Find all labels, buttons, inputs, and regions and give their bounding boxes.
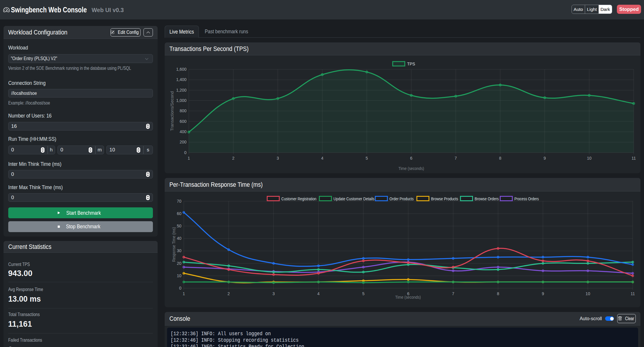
svg-text:1: 1 (188, 156, 190, 161)
svg-text:8: 8 (497, 291, 499, 296)
svg-text:8: 8 (499, 156, 501, 161)
svg-text:9: 9 (544, 156, 546, 161)
svg-text:Time (seconds): Time (seconds) (399, 166, 424, 171)
svg-text:40: 40 (177, 236, 181, 241)
svg-text:20: 20 (177, 261, 181, 266)
svg-text:9: 9 (542, 291, 544, 296)
svg-text:0: 0 (184, 150, 186, 155)
svg-text:1,000: 1,000 (176, 98, 186, 103)
svg-text:7: 7 (452, 291, 454, 296)
svg-text:60: 60 (177, 211, 181, 216)
svg-text:7: 7 (455, 156, 457, 161)
svg-text:10: 10 (177, 273, 181, 278)
svg-text:3: 3 (277, 156, 279, 161)
svg-text:5: 5 (366, 156, 368, 161)
svg-text:10: 10 (587, 156, 592, 161)
svg-text:1,200: 1,200 (176, 88, 186, 92)
svg-text:11: 11 (631, 291, 635, 296)
svg-text:Browse Orders: Browse Orders (475, 196, 499, 201)
svg-text:11: 11 (632, 156, 636, 161)
svg-text:400: 400 (180, 129, 187, 134)
svg-text:2: 2 (232, 156, 235, 161)
svg-text:70: 70 (177, 199, 181, 204)
svg-text:1,600: 1,600 (176, 67, 186, 72)
svg-text:Customer Registration: Customer Registration (281, 196, 316, 201)
svg-text:TPS: TPS (407, 61, 415, 66)
svg-text:800: 800 (180, 108, 187, 113)
svg-text:Time (seconds): Time (seconds) (395, 295, 421, 300)
svg-text:30: 30 (177, 248, 181, 253)
svg-text:1,400: 1,400 (176, 77, 186, 82)
svg-text:Response Time (ms): Response Time (ms) (171, 227, 176, 262)
svg-text:Process Orders: Process Orders (514, 196, 539, 201)
svg-text:3: 3 (273, 291, 275, 296)
svg-text:6: 6 (410, 156, 412, 161)
svg-text:10: 10 (586, 291, 590, 296)
svg-text:Browse Products: Browse Products (431, 196, 458, 201)
svg-text:2: 2 (227, 291, 230, 296)
svg-text:4: 4 (321, 156, 323, 161)
svg-text:4: 4 (317, 291, 320, 296)
svg-text:Update Customer Details: Update Customer Details (333, 196, 374, 201)
svg-text:5: 5 (362, 291, 365, 296)
svg-text:600: 600 (180, 119, 187, 124)
svg-text:0: 0 (179, 286, 181, 290)
svg-text:50: 50 (177, 224, 181, 228)
svg-text:200: 200 (180, 140, 187, 144)
svg-text:Order Products: Order Products (389, 196, 414, 201)
svg-text:Transactions/Second: Transactions/Second (170, 91, 174, 131)
svg-text:1: 1 (183, 291, 185, 296)
